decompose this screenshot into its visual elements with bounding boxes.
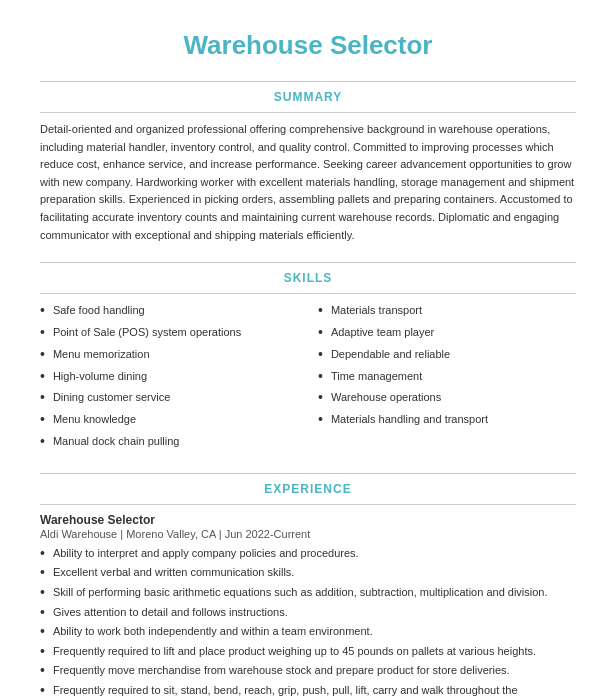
skill-item: •Materials transport	[318, 302, 576, 319]
skills-container: •Safe food handling•Point of Sale (POS) …	[40, 302, 576, 455]
job-duties-list: •Ability to interpret and apply company …	[40, 545, 576, 700]
skill-text: Menu knowledge	[53, 411, 136, 428]
skill-item: •Dependable and reliable	[318, 346, 576, 363]
bullet-icon: •	[40, 324, 45, 341]
bullet-icon: •	[40, 346, 45, 363]
job-entry: Warehouse SelectorAldi Warehouse | Moren…	[40, 513, 576, 700]
bullet-icon: •	[40, 662, 45, 679]
duty-item: •Skill of performing basic arithmetic eq…	[40, 584, 576, 602]
experience-divider-bottom	[40, 504, 576, 505]
skill-item: •Menu memorization	[40, 346, 298, 363]
skill-text: Adaptive team player	[331, 324, 434, 341]
skill-item: •Safe food handling	[40, 302, 298, 319]
bullet-icon: •	[40, 623, 45, 640]
duty-text: Frequently required to sit, stand, bend,…	[53, 682, 576, 700]
duty-text: Skill of performing basic arithmetic equ…	[53, 584, 548, 602]
skill-item: •Warehouse operations	[318, 389, 576, 406]
skills-left-column: •Safe food handling•Point of Sale (POS) …	[40, 302, 298, 455]
duty-text: Gives attention to detail and follows in…	[53, 604, 288, 622]
duty-item: •Frequently move merchandise from wareho…	[40, 662, 576, 680]
skill-item: •Materials handling and transport	[318, 411, 576, 428]
skill-text: Dependable and reliable	[331, 346, 450, 363]
duty-text: Excellent verbal and written communicati…	[53, 564, 295, 582]
bullet-icon: •	[318, 302, 323, 319]
duty-item: •Gives attention to detail and follows i…	[40, 604, 576, 622]
skill-item: •Menu knowledge	[40, 411, 298, 428]
skill-item: •Adaptive team player	[318, 324, 576, 341]
skills-divider-bottom	[40, 293, 576, 294]
experience-divider-top	[40, 473, 576, 474]
experience-section: EXPERIENCE Warehouse SelectorAldi Wareho…	[40, 473, 576, 700]
skill-item: •Time management	[318, 368, 576, 385]
duty-item: •Excellent verbal and written communicat…	[40, 564, 576, 582]
summary-divider-bottom	[40, 112, 576, 113]
bullet-icon: •	[40, 433, 45, 450]
job-details: Aldi Warehouse | Moreno Valley, CA | Jun…	[40, 528, 576, 540]
skill-text: Safe food handling	[53, 302, 145, 319]
skill-text: Dining customer service	[53, 389, 170, 406]
bullet-icon: •	[40, 604, 45, 621]
bullet-icon: •	[40, 643, 45, 660]
skill-text: Time management	[331, 368, 422, 385]
skill-text: Warehouse operations	[331, 389, 441, 406]
skill-text: Menu memorization	[53, 346, 150, 363]
summary-header: SUMMARY	[40, 90, 576, 104]
duty-item: •Frequently required to sit, stand, bend…	[40, 682, 576, 700]
bullet-icon: •	[40, 302, 45, 319]
duty-text: Frequently required to lift and place pr…	[53, 643, 536, 661]
bullet-icon: •	[318, 368, 323, 385]
bullet-icon: •	[40, 368, 45, 385]
duty-item: •Frequently required to lift and place p…	[40, 643, 576, 661]
summary-section: SUMMARY Detail-oriented and organized pr…	[40, 81, 576, 244]
bullet-icon: •	[318, 411, 323, 428]
duty-text: Frequently move merchandise from warehou…	[53, 662, 510, 680]
duty-text: Ability to interpret and apply company p…	[53, 545, 359, 563]
skills-divider-top	[40, 262, 576, 263]
bullet-icon: •	[40, 564, 45, 581]
skill-item: •Manual dock chain pulling	[40, 433, 298, 450]
summary-divider-top	[40, 81, 576, 82]
bullet-icon: •	[40, 682, 45, 699]
bullet-icon: •	[318, 346, 323, 363]
job-title: Warehouse Selector	[40, 513, 576, 527]
bullet-icon: •	[318, 389, 323, 406]
duty-item: •Ability to work both independently and …	[40, 623, 576, 641]
bullet-icon: •	[318, 324, 323, 341]
experience-header: EXPERIENCE	[40, 482, 576, 496]
bullet-icon: •	[40, 411, 45, 428]
duty-item: •Ability to interpret and apply company …	[40, 545, 576, 563]
skills-section: SKILLS •Safe food handling•Point of Sale…	[40, 262, 576, 455]
bullet-icon: •	[40, 389, 45, 406]
bullet-icon: •	[40, 545, 45, 562]
duty-text: Ability to work both independently and w…	[53, 623, 373, 641]
skill-text: Point of Sale (POS) system operations	[53, 324, 241, 341]
resume-title: Warehouse Selector	[40, 30, 576, 61]
skill-item: •Dining customer service	[40, 389, 298, 406]
resume-container: Warehouse Selector SUMMARY Detail-orient…	[0, 0, 616, 700]
skill-text: Manual dock chain pulling	[53, 433, 180, 450]
skills-header: SKILLS	[40, 271, 576, 285]
skill-item: •High-volume dining	[40, 368, 298, 385]
skills-right-column: •Materials transport•Adaptive team playe…	[318, 302, 576, 455]
summary-text: Detail-oriented and organized profession…	[40, 121, 576, 244]
bullet-icon: •	[40, 584, 45, 601]
skill-text: Materials handling and transport	[331, 411, 488, 428]
skill-text: High-volume dining	[53, 368, 147, 385]
skill-item: •Point of Sale (POS) system operations	[40, 324, 298, 341]
skill-text: Materials transport	[331, 302, 422, 319]
